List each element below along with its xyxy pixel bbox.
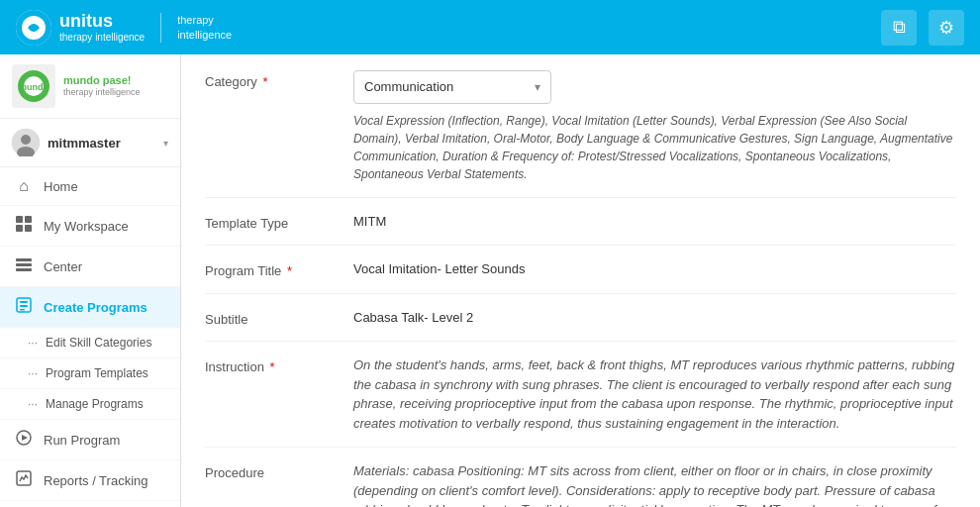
category-label: Category *	[205, 70, 353, 89]
main-content: Category * Communication ▾ Vocal Express…	[181, 54, 980, 507]
svg-rect-14	[16, 263, 32, 266]
sidebar-item-center[interactable]: Center	[0, 247, 180, 287]
sidebar-item-create-programs-label: Create Programs	[44, 300, 147, 315]
sidebar-item-reports-tracking[interactable]: Reports / Tracking	[0, 460, 180, 501]
home-icon: ⌂	[14, 177, 34, 195]
sidebar-item-home-label: Home	[44, 179, 78, 194]
chevron-down-icon: ▾	[163, 138, 168, 149]
sidebar-brand-name: mundo pase!	[63, 74, 141, 87]
svg-rect-13	[16, 258, 32, 261]
subtitle-row: Subtitle Cabasa Talk- Level 2	[205, 308, 956, 343]
top-bar: unitus therapy intelligence therapyintel…	[0, 0, 980, 54]
settings-icon: ⚙	[938, 17, 954, 39]
manage-programs-icon: ···	[28, 397, 38, 411]
instruction-value: On the student's hands, arms, feet, back…	[353, 355, 956, 433]
template-type-label: Template Type	[205, 212, 353, 231]
logo-area: unitus therapy intelligence therapyintel…	[16, 10, 232, 46]
sidebar-item-run-program[interactable]: Run Program	[0, 420, 180, 460]
category-description: Vocal Expression (Inflection, Range), Vo…	[353, 112, 956, 183]
sidebar-item-home[interactable]: ⌂ Home	[0, 167, 180, 206]
sidebar-item-workspace-label: My Workspace	[44, 219, 129, 234]
create-programs-icon	[14, 297, 34, 317]
workspace-icon	[14, 216, 34, 236]
program-title-value: Vocal Imitation- Letter Sounds	[353, 259, 956, 279]
category-selected-value: Communication	[364, 77, 453, 97]
program-title-row: Program Title * Vocal Imitation- Letter …	[205, 259, 956, 294]
svg-point-7	[21, 135, 31, 145]
required-mark-title: *	[287, 263, 292, 278]
svg-rect-17	[20, 301, 28, 303]
sidebar-subitem-manage-programs[interactable]: ··· Manage Programs	[0, 389, 180, 420]
brand-sub: therapy intelligence	[59, 32, 145, 43]
sidebar-item-workspace[interactable]: My Workspace	[0, 206, 180, 247]
sidebar-item-run-program-label: Run Program	[44, 433, 120, 448]
center-icon	[14, 256, 34, 276]
logo-text2: therapyintelligence	[177, 13, 232, 42]
sidebar-subitem-edit-skill-categories[interactable]: ··· Edit Skill Categories	[0, 328, 180, 358]
svg-rect-18	[20, 305, 28, 307]
procedure-value: Materials: cabasa Positioning: MT sits a…	[353, 461, 956, 507]
user-profile[interactable]: mitmmaster ▾	[0, 119, 180, 167]
template-type-row: Template Type MITM	[205, 212, 956, 247]
svg-text:mundo: mundo	[19, 82, 49, 92]
copy-button[interactable]: ⧉	[881, 10, 917, 46]
instruction-row: Instruction * On the student's hands, ar…	[205, 355, 956, 448]
required-mark-instruction: *	[270, 359, 275, 374]
sidebar-nav: ⌂ Home My Workspace Center Create Progr	[0, 167, 180, 507]
sidebar-subitem-edit-skill-label: Edit Skill Categories	[46, 336, 151, 350]
edit-skill-icon: ···	[28, 336, 38, 350]
brand-name: unitus	[59, 12, 145, 32]
program-title-label: Program Title *	[205, 259, 353, 278]
logo-icon	[16, 10, 51, 46]
required-mark: *	[262, 74, 267, 89]
category-row: Category * Communication ▾ Vocal Express…	[205, 70, 956, 198]
run-program-icon	[14, 430, 34, 450]
svg-rect-12	[25, 225, 32, 232]
sidebar-brand-logo: mundo	[12, 64, 55, 108]
settings-button[interactable]: ⚙	[929, 10, 964, 46]
svg-rect-10	[25, 216, 32, 223]
svg-rect-11	[16, 225, 23, 232]
subtitle-value: Cabasa Talk- Level 2	[353, 308, 956, 328]
username-label: mitmmaster	[48, 136, 155, 151]
instruction-label: Instruction *	[205, 355, 353, 374]
copy-icon: ⧉	[893, 17, 906, 38]
subtitle-label: Subtitle	[205, 308, 353, 327]
logo-text: unitus therapy intelligence	[59, 12, 145, 43]
svg-rect-19	[20, 309, 25, 311]
category-dropdown[interactable]: Communication ▾	[353, 70, 551, 104]
sidebar-subitem-manage-programs-label: Manage Programs	[46, 397, 144, 411]
sidebar-subitem-program-templates[interactable]: ··· Program Templates	[0, 358, 180, 389]
sidebar-item-reports-label: Reports / Tracking	[44, 473, 148, 488]
dropdown-arrow-icon: ▾	[535, 78, 540, 96]
procedure-label: Procedure	[205, 461, 353, 480]
main-layout: mundo mundo pase! therapy intelligence m…	[0, 54, 980, 507]
svg-rect-15	[16, 268, 32, 271]
category-value: Communication ▾ Vocal Expression (Inflec…	[353, 70, 956, 183]
sidebar-item-center-label: Center	[44, 259, 82, 274]
sidebar-brand-sub: therapy intelligence	[63, 87, 141, 98]
sidebar-brand: mundo mundo pase! therapy intelligence	[0, 54, 180, 119]
template-type-value: MITM	[353, 212, 956, 232]
reports-icon	[14, 470, 34, 490]
procedure-row: Procedure Materials: cabasa Positioning:…	[205, 461, 956, 507]
program-templates-icon: ···	[28, 366, 38, 380]
sidebar-item-create-programs[interactable]: Create Programs	[0, 287, 180, 328]
avatar	[12, 129, 40, 156]
logo-divider	[160, 13, 161, 43]
sidebar: mundo mundo pase! therapy intelligence m…	[0, 54, 181, 507]
sidebar-subitem-program-templates-label: Program Templates	[46, 366, 148, 380]
svg-rect-9	[16, 216, 23, 223]
topbar-actions: ⧉ ⚙	[881, 10, 964, 46]
